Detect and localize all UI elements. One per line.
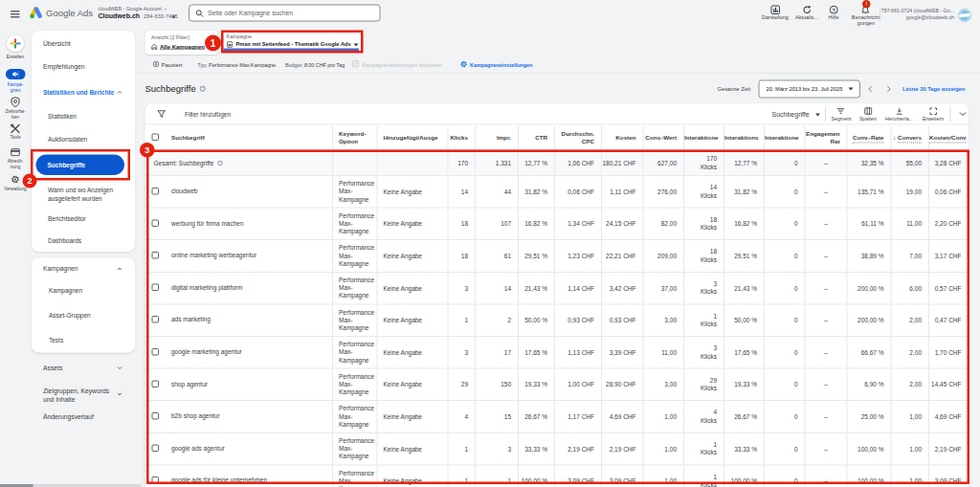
svg-text:?: ? (833, 8, 836, 13)
